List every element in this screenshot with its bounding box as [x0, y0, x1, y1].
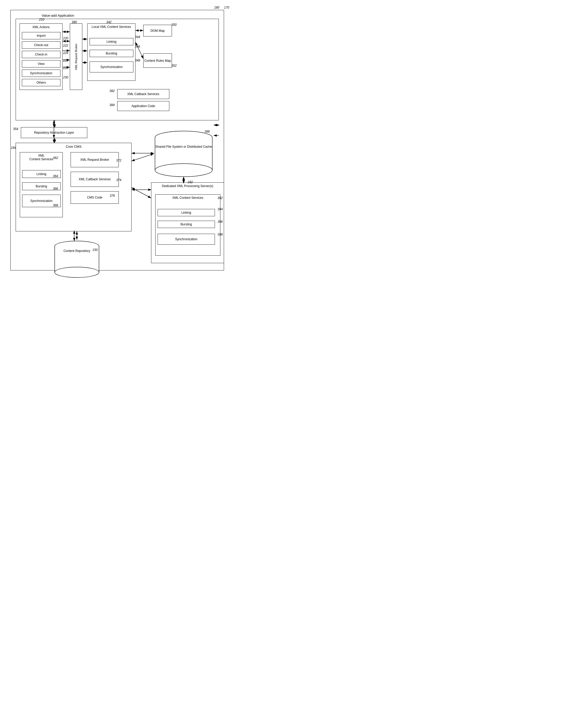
ref-364: 364: [53, 174, 58, 178]
ref-228: 228: [63, 66, 68, 70]
ref-170: 170: [224, 6, 229, 9]
svg-point-9: [55, 267, 99, 277]
ref-346: 346: [135, 45, 140, 48]
content-repo-container: Content Repository: [53, 240, 100, 280]
core-cms-box: Core CMS XMLContent Services Linking Bur…: [16, 143, 132, 231]
ref-348: 348: [135, 59, 140, 62]
ref-222: 222: [63, 44, 68, 47]
xml-cs-dedic-label: XML Content Services: [156, 195, 220, 200]
svg-point-4: [155, 164, 212, 177]
view-box: View: [22, 60, 60, 67]
shared-fs-label: Shared File System or Distributed Cache: [154, 145, 214, 149]
sync-action-box: Synchronization: [22, 70, 60, 77]
ref-388: 388: [204, 130, 210, 133]
ref-342: 342: [106, 20, 111, 24]
ref-368: 368: [53, 203, 58, 207]
xml-actions-box: XML Actions Import Check-out Check-in Vi…: [20, 23, 63, 90]
shared-fs-svg: [154, 130, 214, 177]
ref-380: 380: [72, 20, 77, 24]
ref-362: 362: [53, 156, 58, 160]
ref-230: 230: [63, 76, 68, 79]
ref-398: 398: [218, 233, 223, 236]
dom-map-box: DOM Map: [143, 25, 172, 36]
xml-req-broker-core-box: XML Request Broker: [71, 152, 119, 167]
ref-384: 384: [109, 103, 115, 107]
ref-382: 382: [109, 89, 115, 93]
cms-code-box: CMS Code: [71, 191, 119, 204]
content-rules-map-box: Content Rules Map: [143, 53, 172, 68]
import-box: Import: [22, 32, 60, 39]
shared-fs-container: Shared File System or Distributed Cache: [154, 130, 214, 178]
ref-350: 350: [171, 23, 177, 27]
ref-184: 184: [11, 146, 16, 150]
bursting-dedic-box: Bursting: [158, 221, 215, 228]
ref-396: 396: [218, 220, 223, 224]
ref-220: 220: [63, 36, 68, 40]
local-xml-cs-box: Local XML Content Services Linking Burst…: [87, 23, 135, 81]
repo-abstraction-box: Repository Abstraction Layer: [21, 127, 87, 138]
xml-cs-dedic-box: XML Content Services Linking Bursting Sy…: [155, 194, 220, 256]
application-code-box: Application Code: [117, 101, 169, 111]
ref-392: 392: [218, 196, 223, 200]
linking-dedic-box: Linking: [158, 209, 215, 216]
checkout-box: Check-out: [22, 41, 60, 49]
ref-180: 180: [214, 6, 219, 9]
ref-372: 372: [116, 159, 121, 162]
xml-request-broker-label: XML Request Broker: [74, 44, 78, 70]
linking-local-box: Linking: [90, 38, 133, 45]
ref-376: 376: [110, 194, 115, 198]
checkin-box: Check-in: [22, 51, 60, 58]
dedicated-xml-label: Dedicated XML Processing Server(s): [151, 184, 224, 188]
ref-354: 354: [13, 127, 18, 131]
ref-366: 366: [53, 187, 58, 190]
dedicated-xml-box: Dedicated XML Processing Server(s) XML C…: [151, 182, 224, 263]
xml-cs-core-box: XMLContent Services Linking Bursting Syn…: [20, 152, 63, 217]
ref-344: 344: [135, 35, 140, 39]
sync-local-box: Synchronization: [90, 61, 133, 72]
xml-callback-core-box: XML Callback Services: [71, 172, 119, 187]
others-box: Others: [22, 79, 60, 86]
bursting-local-box: Bursting: [90, 50, 133, 57]
xml-request-broker-box: XML Request Broker: [70, 23, 82, 90]
ref-224: 224: [63, 51, 68, 55]
sync-dedic-box: Synchronization: [158, 234, 215, 245]
ref-150: 150: [92, 248, 98, 252]
ref-374: 374: [116, 178, 121, 182]
ref-226: 226: [63, 59, 68, 63]
ref-182: 182: [188, 180, 193, 184]
xml-callback-va-box: XML Callback Services: [117, 89, 169, 99]
content-repo-svg: [53, 240, 100, 279]
xml-actions-label: XML Actions: [20, 24, 62, 30]
va-app-label: Value-add Application: [42, 14, 74, 17]
core-cms-label: Core CMS: [66, 145, 82, 149]
ref-352: 352: [171, 64, 177, 67]
diagram: 170 180 Value-add Application 210 XML Ac…: [5, 5, 229, 297]
ref-210: 210: [39, 18, 44, 21]
local-xml-cs-label: Local XML Content Services: [88, 24, 135, 29]
ref-394: 394: [218, 207, 223, 211]
